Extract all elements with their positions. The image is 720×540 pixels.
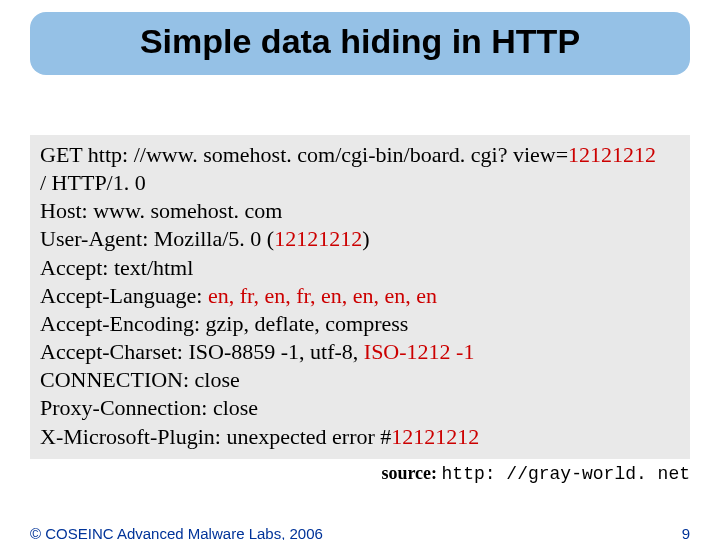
source-label: source: <box>381 463 441 483</box>
http-line-4-text: User-Agent: Mozilla/5. 0 ( <box>40 226 274 251</box>
http-line-9: CONNECTION: close <box>40 366 680 394</box>
hidden-data-plugin: 12121212 <box>391 424 479 449</box>
http-line-7: Accept-Encoding: gzip, deflate, compress <box>40 310 680 338</box>
hidden-data-useragent: 12121212 <box>274 226 362 251</box>
http-line-6: Accept-Language: en, fr, en, fr, en, en,… <box>40 282 680 310</box>
http-line-8: Accept-Charset: ISO-8859 -1, utf-8, ISO-… <box>40 338 680 366</box>
http-line-1-text: GET http: //www. somehost. com/cgi-bin/b… <box>40 142 568 167</box>
source-line: source: http: //gray-world. net <box>30 463 690 484</box>
http-line-4-close: ) <box>362 226 369 251</box>
http-line-6-text: Accept-Language: <box>40 283 208 308</box>
hidden-data-charset: ISO-1212 -1 <box>364 339 475 364</box>
http-line-5: Accept: text/html <box>40 254 680 282</box>
slide: Simple data hiding in HTTP GET http: //w… <box>0 12 720 540</box>
hidden-data-language: en, fr, en, fr, en, en, en, en <box>208 283 437 308</box>
footer: © COSEINC Advanced Malware Labs, 2006 9 <box>30 525 690 540</box>
copyright: © COSEINC Advanced Malware Labs, 2006 <box>30 525 323 540</box>
http-line-2: / HTTP/1. 0 <box>40 169 680 197</box>
http-line-1: GET http: //www. somehost. com/cgi-bin/b… <box>40 141 680 169</box>
title-bar: Simple data hiding in HTTP <box>30 12 690 75</box>
http-line-11: X-Microsoft-Plugin: unexpected error #12… <box>40 423 680 451</box>
hidden-data-view: 12121212 <box>568 142 656 167</box>
http-line-3: Host: www. somehost. com <box>40 197 680 225</box>
http-line-8-text: Accept-Charset: ISO-8859 -1, utf-8, <box>40 339 364 364</box>
http-line-4: User-Agent: Mozilla/5. 0 (12121212) <box>40 225 680 253</box>
http-request-block: GET http: //www. somehost. com/cgi-bin/b… <box>30 135 690 459</box>
source-url: http: //gray-world. net <box>442 464 690 484</box>
page-number: 9 <box>682 525 690 540</box>
slide-title: Simple data hiding in HTTP <box>42 22 678 61</box>
http-line-11-text: X-Microsoft-Plugin: unexpected error # <box>40 424 391 449</box>
http-line-10: Proxy-Connection: close <box>40 394 680 422</box>
